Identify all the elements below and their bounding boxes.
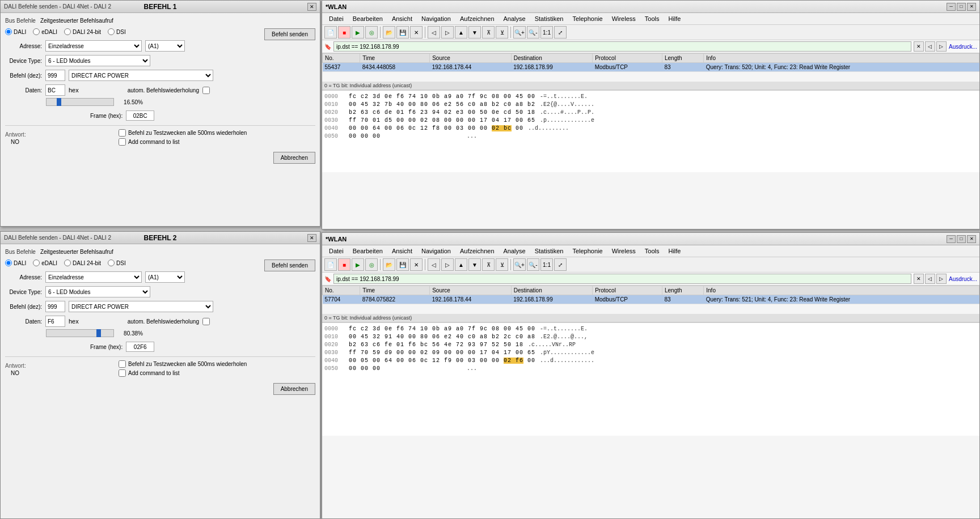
dali1-frame-input[interactable] bbox=[126, 110, 154, 121]
ws1-minimize-btn[interactable]: ─ bbox=[947, 3, 956, 11]
ws1-toolbar-first-icon[interactable]: ⊼ bbox=[482, 26, 495, 39]
dali1-close-btn[interactable]: ✕ bbox=[307, 3, 316, 11]
dali1-abbrechen-btn[interactable]: Abbrechen bbox=[273, 152, 315, 164]
ws1-toolbar-close2-icon[interactable]: ✕ bbox=[410, 26, 423, 39]
dali2-checkbox1[interactable] bbox=[119, 360, 126, 368]
dali2-radio-edali-input[interactable] bbox=[33, 260, 40, 266]
dali1-radio-edali-input[interactable] bbox=[33, 28, 40, 35]
ws1-filter-input[interactable] bbox=[333, 41, 911, 52]
ws2-toolbar-stop-icon[interactable]: ■ bbox=[338, 258, 350, 271]
ws2-menu-aufzeichnen[interactable]: Aufzeichnen bbox=[455, 246, 499, 256]
ws2-toolbar-last-icon[interactable]: ⊻ bbox=[496, 258, 508, 271]
ws2-toolbar-up-icon[interactable]: ▲ bbox=[455, 258, 467, 271]
ws1-toolbar-zoom100-icon[interactable]: 1:1 bbox=[540, 26, 553, 39]
ws2-toolbar-back-icon[interactable]: ◁ bbox=[428, 258, 440, 271]
ws2-menu-hilfe[interactable]: Hilfe bbox=[664, 246, 685, 256]
dali2-slider[interactable] bbox=[46, 329, 114, 337]
ws2-toolbar-close-icon[interactable]: ◎ bbox=[365, 258, 378, 271]
ws1-toolbar-zoomin-icon[interactable]: 🔍+ bbox=[513, 26, 526, 39]
dali2-adresse-select[interactable]: Einzeladresse bbox=[45, 271, 142, 283]
ws2-toolbar-dn-icon[interactable]: ▼ bbox=[468, 258, 481, 271]
ws2-close-btn[interactable]: ✕ bbox=[967, 235, 976, 243]
dali1-befehl-select[interactable]: DIRECT ARC POWER bbox=[69, 70, 213, 81]
dali1-radio-edali[interactable]: eDALI bbox=[33, 28, 57, 35]
ws2-minimize-btn[interactable]: ─ bbox=[947, 235, 956, 243]
dali2-radio-edali[interactable]: eDALI bbox=[33, 260, 57, 266]
dali1-radio-dsi-input[interactable] bbox=[108, 28, 115, 35]
ws2-filter-left-btn[interactable]: ◁ bbox=[925, 274, 935, 284]
dali2-adresse-code-select[interactable]: (A1) bbox=[145, 271, 185, 283]
ws2-menu-datei[interactable]: Datei bbox=[324, 246, 348, 256]
dali1-radio-dali-input[interactable] bbox=[5, 28, 12, 35]
dali1-radio-dali[interactable]: DALI bbox=[5, 28, 26, 35]
dali2-checkbox2[interactable] bbox=[119, 369, 126, 377]
dali2-radio-dali[interactable]: DALI bbox=[5, 260, 26, 266]
dali2-daten-input[interactable] bbox=[45, 316, 65, 327]
ws2-menu-analyse[interactable]: Analyse bbox=[499, 246, 530, 256]
ws2-filter-input[interactable] bbox=[333, 274, 911, 284]
dali2-abbrechen-btn[interactable]: Abbrechen bbox=[273, 383, 315, 395]
dali2-radio-dsi[interactable]: DSI bbox=[108, 260, 126, 266]
ws1-toolbar-save-icon[interactable]: 💾 bbox=[396, 26, 409, 39]
dali2-radio-dsi-input[interactable] bbox=[108, 260, 115, 266]
ws2-packet-row[interactable]: 57704 8784.075822 192.168.178.44 192.168… bbox=[323, 295, 979, 304]
ws1-toolbar-last-icon[interactable]: ⊻ bbox=[496, 26, 508, 39]
ws2-filter-clear-btn[interactable]: ✕ bbox=[914, 274, 924, 284]
ws1-menu-telephonie[interactable]: Telephonie bbox=[568, 14, 607, 23]
ws2-maximize-btn[interactable]: □ bbox=[957, 235, 966, 243]
ws2-toolbar-zoomin-icon[interactable]: 🔍+ bbox=[513, 258, 526, 271]
ws2-menu-navigation[interactable]: Navigation bbox=[417, 246, 455, 256]
dali1-befehl-senden-btn[interactable]: Befehl senden bbox=[264, 28, 315, 40]
ws2-toolbar-first-icon[interactable]: ⊼ bbox=[482, 258, 495, 271]
dali2-befehl-num-input[interactable] bbox=[45, 301, 65, 312]
ws2-toolbar-open-icon[interactable]: 📂 bbox=[383, 258, 395, 271]
dali2-auto-repeat-check[interactable] bbox=[202, 318, 210, 325]
ws2-filter-right-btn[interactable]: ▷ bbox=[936, 274, 947, 284]
dali2-radio-dali24-input[interactable] bbox=[64, 260, 71, 266]
ws2-toolbar-zoom100-icon[interactable]: 1:1 bbox=[540, 258, 553, 271]
ws2-menu-ansicht[interactable]: Ansicht bbox=[387, 246, 417, 256]
ws1-menu-ansicht[interactable]: Ansicht bbox=[387, 14, 417, 23]
ws2-menu-tools[interactable]: Tools bbox=[640, 246, 664, 256]
ws2-menu-wireless[interactable]: Wireless bbox=[607, 246, 640, 256]
ws2-toolbar-fwd-icon[interactable]: ▷ bbox=[441, 258, 454, 271]
ws2-menu-statistiken[interactable]: Statistiken bbox=[530, 246, 568, 256]
ws1-toolbar-dn-icon[interactable]: ▼ bbox=[468, 26, 481, 39]
dali1-auto-repeat-check[interactable] bbox=[202, 87, 210, 94]
ws2-toolbar-close2-icon[interactable]: ✕ bbox=[410, 258, 423, 271]
ws1-toolbar-up-icon[interactable]: ▲ bbox=[455, 26, 467, 39]
ws2-menu-telephonie[interactable]: Telephonie bbox=[568, 246, 607, 256]
ws1-ausdruck-label[interactable]: Ausdruck... bbox=[949, 44, 977, 50]
ws2-toolbar-zoomout-icon[interactable]: 🔍- bbox=[527, 258, 539, 271]
ws1-toolbar-reload-icon[interactable]: ▶ bbox=[352, 26, 364, 39]
dali2-frame-input[interactable] bbox=[126, 342, 154, 352]
dali1-radio-dali24[interactable]: DALI 24-bit bbox=[64, 28, 101, 35]
ws1-menu-navigation[interactable]: Navigation bbox=[417, 14, 455, 23]
dali1-radio-dali24-input[interactable] bbox=[64, 28, 71, 35]
ws1-menu-datei[interactable]: Datei bbox=[324, 14, 348, 23]
ws1-maximize-btn[interactable]: □ bbox=[957, 3, 966, 11]
ws1-toolbar-file-icon[interactable]: 📄 bbox=[324, 26, 337, 39]
ws1-menu-analyse[interactable]: Analyse bbox=[499, 14, 530, 23]
ws1-filter-left-btn[interactable]: ◁ bbox=[925, 41, 935, 52]
dali1-adresse-code-select[interactable]: (A1) bbox=[145, 40, 185, 52]
ws1-toolbar-close-icon[interactable]: ◎ bbox=[365, 26, 378, 39]
dali2-befehl-select[interactable]: DIRECT ARC POWER bbox=[69, 301, 213, 312]
ws1-toolbar-stop-icon[interactable]: ■ bbox=[338, 26, 350, 39]
ws2-menu-bearbeiten[interactable]: Bearbeiten bbox=[348, 246, 387, 256]
ws1-toolbar-zoomout-icon[interactable]: 🔍- bbox=[527, 26, 539, 39]
dali2-befehl-senden-btn[interactable]: Befehl senden bbox=[264, 260, 315, 271]
ws1-menu-statistiken[interactable]: Statistiken bbox=[530, 14, 568, 23]
ws1-filter-clear-btn[interactable]: ✕ bbox=[914, 41, 924, 52]
ws1-close-btn[interactable]: ✕ bbox=[967, 3, 976, 11]
ws2-toolbar-reload-icon[interactable]: ▶ bbox=[352, 258, 364, 271]
ws2-toolbar-save-icon[interactable]: 💾 bbox=[396, 258, 409, 271]
dali1-adresse-select[interactable]: Einzeladresse bbox=[45, 40, 142, 52]
ws1-toolbar-open-icon[interactable]: 📂 bbox=[383, 26, 395, 39]
dali1-checkbox2[interactable] bbox=[119, 138, 126, 146]
dali2-radio-dali-input[interactable] bbox=[5, 260, 12, 266]
dali1-checkbox1[interactable] bbox=[119, 129, 126, 137]
ws1-toolbar-resize-icon[interactable]: ⤢ bbox=[554, 26, 567, 39]
ws2-toolbar-resize-icon[interactable]: ⤢ bbox=[554, 258, 567, 271]
dali1-befehl-num-input[interactable] bbox=[45, 70, 65, 81]
